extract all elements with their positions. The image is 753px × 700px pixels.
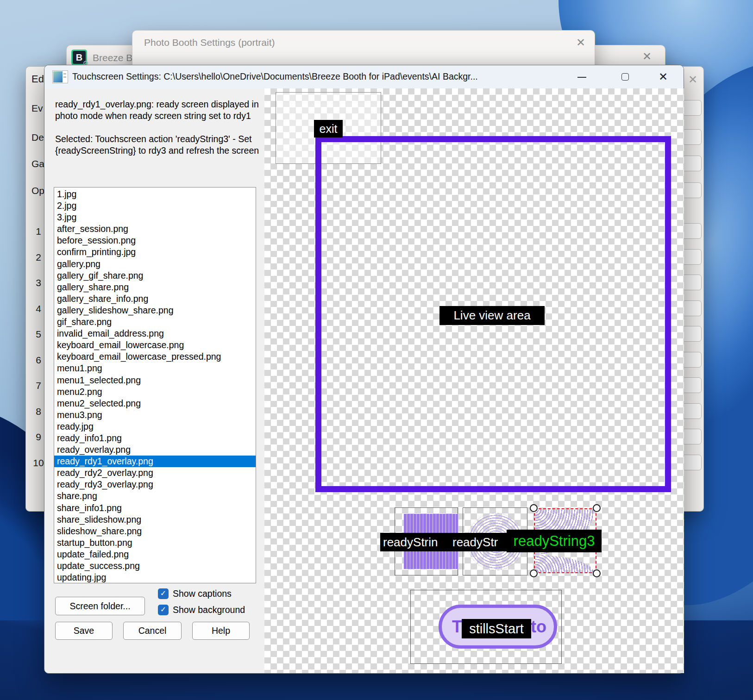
minimize-button[interactable] bbox=[571, 65, 592, 88]
edit-dialog-label: Ev bbox=[31, 103, 43, 114]
file-list-item[interactable]: menu1_selected.png bbox=[54, 375, 256, 386]
file-list-item[interactable]: ready.jpg bbox=[54, 421, 256, 432]
titlebar[interactable]: Touchscreen Settings: C:\Users\hello\One… bbox=[44, 65, 684, 88]
file-list-item[interactable]: share.png bbox=[54, 490, 256, 502]
touchscreen-settings-icon bbox=[52, 70, 68, 83]
edit-dialog-text-field[interactable] bbox=[682, 326, 702, 342]
desktop: B ⚙ Breeze Bo ✕ Photo Booth Settings (po… bbox=[0, 0, 753, 700]
edit-dialog-label: Ga bbox=[31, 158, 44, 169]
file-list-item[interactable]: gallery_share.png bbox=[54, 281, 256, 293]
edit-dialog-text-field[interactable] bbox=[682, 223, 702, 239]
edit-dialog-text-field[interactable] bbox=[682, 403, 702, 419]
edit-dialog-label: Op bbox=[31, 185, 44, 196]
edit-dialog-text-field[interactable] bbox=[682, 300, 702, 316]
checkbox-checked-icon[interactable]: ✓ bbox=[158, 588, 169, 599]
file-list-item[interactable]: 3.jpg bbox=[54, 212, 256, 223]
file-list-item[interactable]: gallery.png bbox=[54, 258, 256, 270]
maximize-button[interactable] bbox=[615, 65, 636, 88]
ready-string3-caption: readyString3 bbox=[507, 530, 602, 552]
edit-dialog-row-number: 8 bbox=[32, 406, 44, 417]
edit-dialog-row-number: 9 bbox=[32, 431, 44, 443]
breeze-booth-app-icon: B ⚙ bbox=[71, 50, 87, 65]
file-list-item[interactable]: ready_rdy2_overlay.png bbox=[54, 467, 256, 479]
close-icon[interactable]: ✕ bbox=[576, 36, 585, 49]
file-description: ready_rdy1_overlay.png: ready screen dis… bbox=[55, 99, 261, 122]
file-list-item[interactable]: gallery_gif_share.png bbox=[54, 270, 256, 281]
ready-string1-caption: readyStrin bbox=[380, 533, 451, 551]
close-icon[interactable]: ✕ bbox=[642, 50, 652, 63]
save-button[interactable]: Save bbox=[55, 622, 113, 640]
edit-dialog-text-field[interactable] bbox=[682, 100, 702, 116]
screen-file-list[interactable]: 1.jpg2.jpg3.jpgafter_session.pngbefore_s… bbox=[54, 187, 256, 583]
selected-action-description: Selected: Touchscreen action 'readyStrin… bbox=[55, 133, 261, 156]
exit-caption: exit bbox=[314, 120, 343, 138]
edit-dialog-text-field[interactable] bbox=[682, 455, 702, 470]
checkbox-checked-icon[interactable]: ✓ bbox=[158, 605, 169, 615]
close-button[interactable]: ✕ bbox=[653, 65, 675, 88]
ready-string2-caption: readyStr bbox=[451, 533, 507, 551]
edit-dialog-row-number: 10 bbox=[32, 457, 44, 469]
stills-start-caption: stillsStart bbox=[462, 619, 531, 638]
file-list-item[interactable]: menu2.png bbox=[54, 386, 256, 398]
file-list-item[interactable]: after_session.png bbox=[54, 223, 256, 235]
file-list-item[interactable]: gif_share.png bbox=[54, 316, 256, 328]
window-touchscreen-settings: Touchscreen Settings: C:\Users\hello\One… bbox=[44, 65, 684, 674]
file-list-item[interactable]: menu1.png bbox=[54, 362, 256, 374]
file-list-item[interactable]: ready_rdy1_overlay.png bbox=[54, 456, 256, 467]
file-list-item[interactable]: update_success.png bbox=[54, 560, 256, 572]
file-list-item[interactable]: before_session.png bbox=[54, 235, 256, 246]
photo-booth-window-title: Photo Booth Settings (portrait) bbox=[144, 37, 275, 48]
window-title: Touchscreen Settings: C:\Users\hello\One… bbox=[72, 71, 478, 82]
file-list-item[interactable]: confirm_printing.jpg bbox=[54, 246, 256, 258]
file-list-item[interactable]: startup_button.png bbox=[54, 537, 256, 549]
edit-dialog-label: De bbox=[31, 132, 44, 143]
edit-dialog-row-number: 3 bbox=[32, 277, 44, 288]
selection-handle[interactable] bbox=[530, 569, 538, 577]
edit-dialog-text-field[interactable] bbox=[682, 377, 702, 393]
edit-dialog-text-field[interactable] bbox=[682, 352, 702, 368]
file-list-item[interactable]: share_slideshow.png bbox=[54, 514, 256, 525]
file-list-item[interactable]: gallery_share_info.png bbox=[54, 293, 256, 305]
file-list-item[interactable]: menu2_selected.png bbox=[54, 398, 256, 409]
file-list-item[interactable]: 2.jpg bbox=[54, 200, 256, 212]
edit-dialog-text-field[interactable] bbox=[682, 182, 702, 198]
edit-dialog-row-number: 5 bbox=[32, 329, 44, 340]
file-list-item[interactable]: menu3.png bbox=[54, 409, 256, 421]
edit-dialog-row-number: 7 bbox=[32, 380, 44, 391]
file-list-item[interactable]: update_failed.png bbox=[54, 549, 256, 560]
cancel-button[interactable]: Cancel bbox=[123, 622, 182, 640]
file-list-item[interactable]: invalid_email_address.png bbox=[54, 328, 256, 339]
selection-handle[interactable] bbox=[530, 504, 538, 512]
file-list-item[interactable]: ready_info1.png bbox=[54, 432, 256, 444]
edit-dialog-text-field[interactable] bbox=[682, 156, 702, 171]
edit-dialog-row-number: 1 bbox=[32, 226, 44, 237]
edit-dialog-text-field[interactable] bbox=[682, 129, 702, 145]
live-view-caption: Live view area bbox=[439, 306, 545, 325]
file-list-item[interactable]: 1.jpg bbox=[54, 188, 256, 200]
screen-preview-canvas[interactable]: exit Live view area readyStrin readyStr … bbox=[264, 88, 684, 673]
file-list-item[interactable]: gallery_slideshow_share.png bbox=[54, 305, 256, 316]
file-list-item[interactable]: share_info1.png bbox=[54, 502, 256, 514]
edit-dialog-text-field[interactable] bbox=[682, 429, 702, 444]
screen-folder-button[interactable]: Screen folder... bbox=[55, 597, 145, 615]
arc-fan-pattern bbox=[535, 555, 594, 573]
file-list-item[interactable]: ready_rdy3_overlay.png bbox=[54, 479, 256, 490]
file-list-item[interactable]: ready_overlay.png bbox=[54, 444, 256, 456]
help-button[interactable]: Help bbox=[192, 622, 250, 640]
edit-dialog-text-field[interactable] bbox=[682, 249, 702, 265]
edit-dialog-row-number: 6 bbox=[32, 355, 44, 366]
file-list-item[interactable]: keyboard_email_lowercase.png bbox=[54, 339, 256, 351]
file-list-item[interactable]: slideshow_share.png bbox=[54, 525, 256, 537]
breeze-window-title: Breeze Bo bbox=[93, 52, 138, 63]
file-list-item[interactable]: updating.jpg bbox=[54, 572, 256, 583]
edit-dialog-text-field[interactable] bbox=[682, 275, 702, 290]
description-text: ready_rdy1_overlay.png: ready screen dis… bbox=[55, 99, 261, 156]
file-list-item[interactable]: keyboard_email_lowercase_pressed.png bbox=[54, 351, 256, 362]
edit-dialog-row-number: 2 bbox=[32, 252, 44, 263]
edit-dialog-row-number: 4 bbox=[32, 303, 44, 314]
selection-handle[interactable] bbox=[593, 569, 601, 577]
close-icon: ✕ bbox=[659, 70, 668, 83]
close-icon[interactable]: ✕ bbox=[688, 73, 697, 86]
selection-handle[interactable] bbox=[593, 504, 601, 512]
